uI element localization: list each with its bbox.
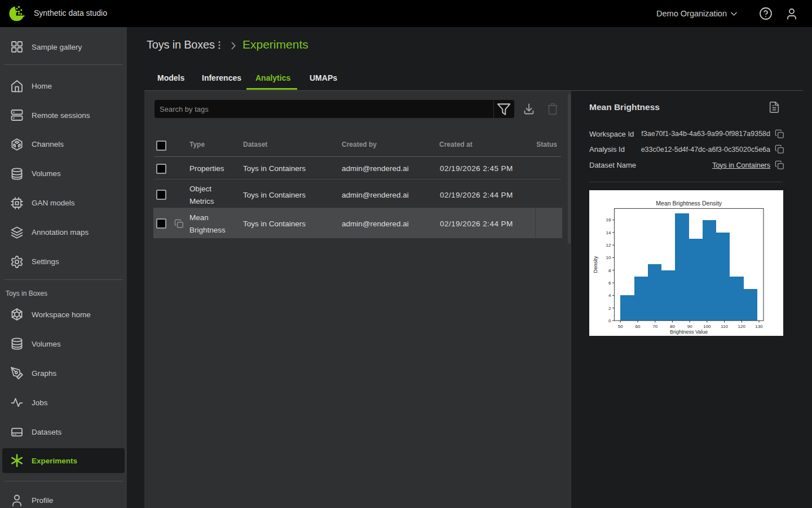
svg-text:16: 16 (606, 217, 611, 222)
svg-text:130: 130 (755, 324, 763, 329)
svg-text:90: 90 (687, 324, 692, 329)
svg-text:50: 50 (618, 324, 623, 329)
svg-text:Brightness Value: Brightness Value (670, 329, 708, 335)
svg-text:10: 10 (606, 255, 611, 260)
svg-text:4: 4 (608, 293, 611, 298)
svg-text:0: 0 (608, 318, 611, 323)
svg-text:70: 70 (652, 324, 657, 329)
svg-text:110: 110 (721, 324, 728, 329)
svg-text:Mean Brightness Density: Mean Brightness Density (656, 200, 722, 207)
svg-text:2: 2 (608, 306, 611, 311)
svg-text:60: 60 (636, 324, 641, 329)
svg-text:100: 100 (703, 324, 711, 329)
svg-text:12: 12 (606, 243, 611, 248)
svg-text:120: 120 (738, 324, 746, 329)
svg-text:8: 8 (608, 268, 611, 273)
svg-text:14: 14 (606, 230, 611, 235)
svg-text:Density: Density (593, 256, 598, 273)
svg-text:6: 6 (608, 281, 611, 286)
svg-text:80: 80 (670, 324, 675, 329)
